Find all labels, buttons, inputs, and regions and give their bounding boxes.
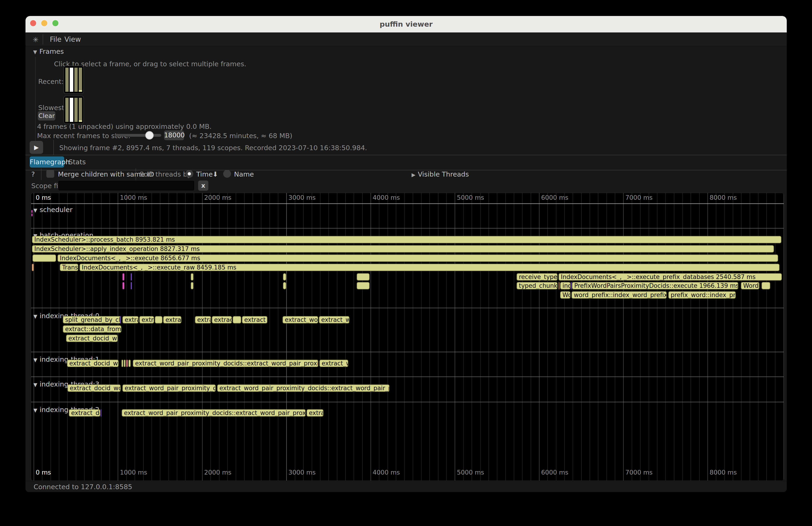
scope-bar[interactable]	[283, 282, 286, 289]
scope-bar[interactable]	[31, 210, 33, 213]
menu-item-view[interactable]: View	[64, 32, 81, 46]
axis-tick-label: 4000 ms	[373, 194, 400, 201]
thumbnail-bar-tick	[79, 90, 82, 92]
scope-bar[interactable]: receive_typed_	[517, 273, 557, 281]
scope-bar[interactable]	[124, 360, 126, 367]
scope-bar[interactable]: extract::data_from_ob	[63, 325, 121, 333]
scope-bar[interactable]	[357, 273, 369, 281]
scope-bar[interactable]	[122, 282, 125, 289]
scope-filter-input[interactable]	[58, 180, 195, 191]
play-button[interactable]: ▶	[30, 141, 43, 154]
clear-button[interactable]: Clear	[38, 111, 55, 120]
scope-bar[interactable]: Word	[560, 291, 570, 299]
scope-bar[interactable]: extract	[242, 316, 267, 323]
scope-bar[interactable]: extract_docid_word	[68, 384, 121, 392]
connection-status: Connected to 127.0.0.1:8585	[33, 481, 132, 492]
scope-bar[interactable]: extract_	[195, 316, 211, 323]
scope-bar[interactable]: extrac	[163, 316, 182, 323]
thumbnail-bar	[74, 98, 78, 122]
scope-bar[interactable]: word_prefix::index_word_prefix_	[571, 291, 667, 299]
scope-bar[interactable]: extrac	[307, 409, 323, 417]
max-frames-slider[interactable]	[115, 134, 161, 137]
scope-bar[interactable]: prefix_word::index_prefix_wo	[668, 291, 736, 299]
scope-bar[interactable]	[571, 282, 572, 289]
scope-bar[interactable]	[31, 214, 33, 216]
scope-bar[interactable]: extra	[139, 316, 154, 323]
theme-toggle-icon[interactable]: ✳	[33, 36, 39, 44]
scope-bar[interactable]	[101, 409, 102, 417]
scope-bar[interactable]	[32, 254, 56, 262]
scope-bar[interactable]	[131, 273, 132, 281]
visible-threads-header[interactable]: ▶Visible Threads	[411, 170, 469, 178]
scope-bar[interactable]	[128, 360, 131, 367]
scope-bar[interactable]: extract_docid_word	[67, 360, 119, 367]
tab-stats[interactable]: Stats	[69, 157, 86, 167]
axis-tick-label: 1000 ms	[120, 194, 147, 201]
max-frames-slider-knob[interactable]	[145, 131, 154, 140]
sort-time-radio[interactable]	[185, 170, 193, 178]
scope-bar[interactable]	[559, 282, 560, 289]
recent-frame-thumbnail[interactable]	[63, 65, 84, 94]
scope-bar[interactable]: split_grenad_by_chun	[63, 316, 121, 323]
scope-bar[interactable]	[191, 273, 193, 281]
scope-bar[interactable]	[762, 282, 770, 289]
scope-bar[interactable]: WordPr	[741, 282, 759, 289]
scope-bar[interactable]	[283, 273, 286, 281]
slowest-frame-thumbnail[interactable]	[63, 96, 84, 124]
scope-bar[interactable]: index	[560, 282, 570, 289]
scope-bar[interactable]	[120, 316, 121, 323]
scope-bar[interactable]: extract_docid_word	[66, 335, 118, 342]
scope-bar[interactable]: extract_word_pair_proximity_docids	[122, 384, 216, 392]
scope-bar[interactable]	[122, 273, 125, 281]
collapsed-triangle-icon: ▶	[411, 172, 416, 178]
scope-bar[interactable]: PrefixWordPairsProximityDocids::execute …	[572, 282, 738, 289]
tab-flamegraph[interactable]: Flamegraph	[30, 157, 64, 167]
sort-threads-label: Sort threads by:	[140, 170, 193, 178]
thumbnail-bar	[74, 68, 78, 92]
scope-bar[interactable]: extract_wo	[319, 316, 349, 323]
scope-bar[interactable]: Trans	[60, 264, 78, 271]
sort-name-radio[interactable]	[223, 170, 231, 178]
collapse-triangle-icon: ▼	[33, 207, 37, 213]
scope-bar[interactable]	[233, 316, 241, 323]
scope-bar[interactable]: extract_word_pair_proximity_docids::extr…	[133, 360, 318, 367]
max-frames-value[interactable]: 18000	[164, 130, 184, 140]
scope-bar[interactable]	[191, 282, 193, 289]
thread-header[interactable]: ▼scheduler	[33, 206, 73, 214]
help-button[interactable]: ?	[31, 170, 35, 178]
menu-bar: ✳ File View	[26, 32, 787, 46]
scope-bar[interactable]: extract_word_pair_proximity_docids::extr…	[217, 384, 390, 392]
scope-bar[interactable]: typed_chunk::w	[517, 282, 557, 289]
scope-bar[interactable]: IndexDocuments<_, _>::execute_prefix_dat…	[559, 273, 782, 281]
scope-bar[interactable]	[126, 360, 128, 367]
scope-bar[interactable]: extract_word	[282, 316, 318, 323]
scope-bar[interactable]	[121, 360, 123, 367]
clear-filter-button[interactable]: x	[198, 180, 208, 191]
scope-bar[interactable]	[131, 282, 132, 289]
title-bar: puffin viewer	[26, 16, 787, 32]
menu-item-file[interactable]: File	[50, 32, 61, 46]
section-separator	[31, 377, 784, 377]
section-separator	[31, 228, 784, 229]
axis-tick-label: 5000 ms	[457, 469, 484, 476]
scope-bar[interactable]: IndexDocuments<_, _>::execute 8656.677 m…	[57, 254, 778, 262]
scope-bar[interactable]	[32, 264, 34, 271]
scope-bar[interactable]	[357, 282, 369, 289]
scope-bar[interactable]	[155, 316, 162, 323]
scope-bar[interactable]: extract_doc	[69, 409, 100, 417]
frames-section-header[interactable]: ▼Frames	[33, 47, 64, 55]
scope-bar[interactable]: extract_wo	[319, 360, 348, 367]
scope-bar[interactable]: extract	[122, 316, 139, 323]
scope-bar[interactable]: extract_word_pair_proximity_docids::extr…	[122, 409, 306, 417]
flamegraph-canvas[interactable]: 0 ms0 ms1000 ms1000 ms2000 ms2000 ms3000…	[31, 193, 784, 481]
frame-info-text: Showing frame #2, 8957.4 ms, 7 threads, …	[59, 144, 367, 152]
thumbnail-bar	[79, 68, 82, 92]
scope-bar[interactable]: IndexScheduler>::apply_index_operation 8…	[32, 245, 774, 252]
merge-children-checkbox[interactable]	[46, 170, 54, 178]
thumbnail-bar	[66, 68, 69, 92]
sort-direction-arrow-icon[interactable]: ⬇	[213, 170, 218, 178]
scope-bar[interactable]: extract_w	[212, 316, 232, 323]
scope-bar[interactable]: IndexDocuments<_, _>::execute_raw 8459.1…	[79, 264, 780, 271]
thumbnail-bar	[66, 98, 69, 122]
scope-bar[interactable]: IndexScheduler>::process_batch 8953.821 …	[32, 236, 781, 243]
